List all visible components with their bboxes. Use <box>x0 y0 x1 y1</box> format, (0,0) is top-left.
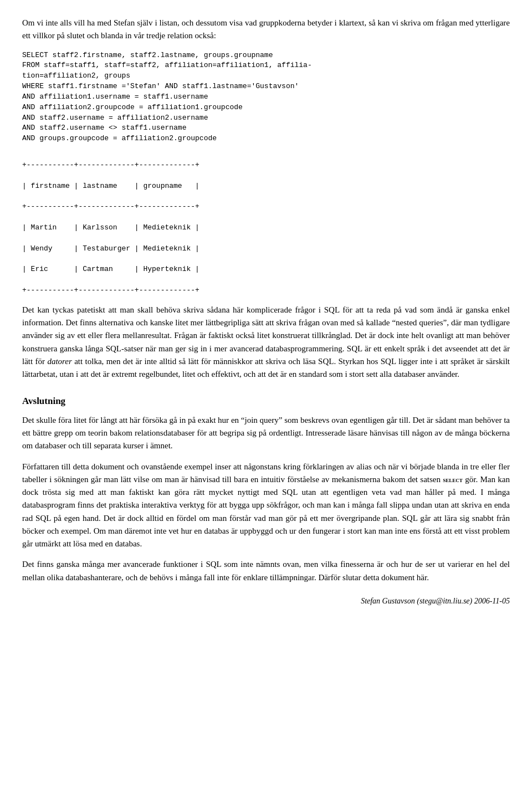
body-paragraph-1: Det kan tyckas patetiskt att man skall b… <box>22 304 510 381</box>
query-result-table: +-----------+-------------+-------------… <box>22 150 510 296</box>
sql-code-block: SELECT staff2.firstname, staff2.lastname… <box>22 50 510 145</box>
table-row-1: | Martin | Karlsson | Medieteknik | <box>22 223 200 232</box>
select-smallcaps: select <box>443 475 463 484</box>
table-header: | firstname | lastname | groupname | <box>22 182 200 190</box>
table-separator-bottom: +-----------+-------------+-------------… <box>22 286 200 294</box>
table-separator-top: +-----------+-------------+-------------… <box>22 161 200 169</box>
table-row-3: | Eric | Cartman | Hyperteknik | <box>22 265 200 273</box>
footer: Stefan Gustavson (stegu@itn.liu.se) 2006… <box>22 595 510 607</box>
table-separator-mid: +-----------+-------------+-------------… <box>22 202 200 211</box>
body-paragraph-3: Författaren till detta dokument och ovan… <box>22 461 510 551</box>
intro-paragraph: Om vi inte alls vill ha med Stefan själv… <box>22 17 510 43</box>
body-paragraph-2: Det skulle föra litet för långt att här … <box>22 414 510 453</box>
avslutning-heading: Avslutning <box>22 394 510 408</box>
body-paragraph-4: Det finns ganska många mer avancerade fu… <box>22 558 510 584</box>
datorer-italic: datorer <box>47 357 71 366</box>
table-row-2: | Wendy | Testaburger | Medieteknik | <box>22 244 200 253</box>
